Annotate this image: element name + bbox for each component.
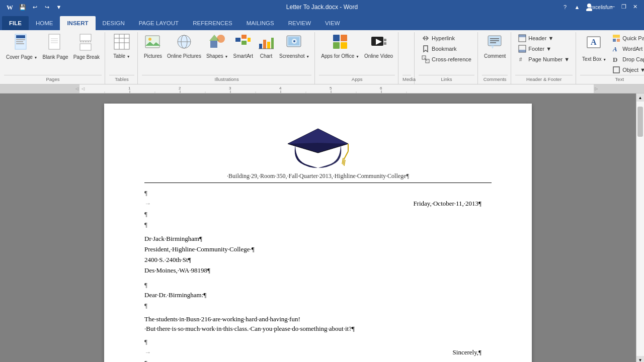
svg-rect-13 [80, 34, 91, 41]
svg-text:2: 2 [179, 86, 181, 90]
graduation-cap-image [283, 124, 353, 171]
header-footer-buttons: Header ▼ Footer ▼ # Page Number ▼ [515, 32, 573, 75]
online-pictures-label: Online Pictures [167, 53, 201, 59]
wordart-button[interactable]: A WordArt ▼ [609, 44, 644, 54]
word-icon: W [4, 2, 15, 13]
address-block: Dr·Jack·Birmingham¶ President,·Highline·… [144, 234, 492, 276]
tab-page-layout[interactable]: PAGE LAYOUT [132, 16, 186, 30]
header-footer-group-label: Header & Footer [515, 75, 573, 83]
header-building-line: ·Building·29,·Room·350,·Fall·Quarter·201… [144, 171, 492, 183]
svg-line-99 [343, 159, 344, 165]
shapes-icon [209, 34, 225, 52]
tab-home[interactable]: HOME [29, 16, 60, 30]
undo-button[interactable]: ↩ [29, 2, 40, 13]
tab-mailings[interactable]: MAILINGS [239, 16, 281, 30]
online-video-icon [371, 34, 387, 52]
drop-cap-button[interactable]: D Drop Cap ▼ [609, 54, 644, 64]
tables-buttons: Table ▼ [109, 32, 134, 75]
page-break-button[interactable]: Page Break [71, 32, 102, 66]
scroll-down-arrow[interactable]: ▼ [636, 356, 645, 362]
svg-rect-72 [613, 67, 619, 73]
table-button[interactable]: Table ▼ [109, 32, 134, 66]
svg-text:D: D [613, 56, 617, 63]
header-button[interactable]: Header ▼ [515, 33, 573, 43]
blank-page-button[interactable]: Blank Page [41, 32, 70, 66]
close-button[interactable]: ✕ [630, 2, 640, 12]
tab-insert[interactable]: INSERT [60, 16, 95, 30]
comments-buttons: Comment [482, 32, 508, 75]
scroll-thumb[interactable] [637, 107, 643, 137]
comment-button[interactable]: Comment [482, 32, 508, 66]
tab-design[interactable]: DESIGN [96, 16, 132, 30]
quick-parts-button[interactable]: Quick Parts > [609, 33, 644, 43]
group-tables: Table ▼ Tables [106, 32, 138, 84]
svg-rect-44 [341, 35, 347, 41]
pictures-label: Pictures [144, 53, 162, 59]
cover-page-button[interactable]: Cover Page ▼ [4, 32, 40, 66]
svg-line-100 [344, 160, 345, 166]
vertical-scrollbar[interactable]: ▲ ▼ [636, 94, 644, 362]
smartart-button[interactable]: SmartArt [231, 32, 255, 66]
drop-cap-label: Drop Cap ▼ [622, 56, 644, 62]
svg-point-42 [293, 40, 295, 42]
bookmark-button[interactable]: Bookmark [419, 44, 474, 54]
svg-rect-68 [613, 39, 616, 42]
comments-group-label: Comments [482, 75, 508, 83]
para-1: ¶ [144, 188, 492, 199]
svg-text:1: 1 [128, 86, 131, 90]
svg-text:5: 5 [330, 86, 332, 90]
links-buttons: Hyperlink Bookmark C [419, 32, 474, 75]
tab-file[interactable]: FILE [2, 16, 29, 30]
body-paragraph: The·students·in·Busn·216·are·working·har… [144, 314, 492, 334]
pages-buttons: Cover Page ▼ Blank Page [4, 32, 102, 75]
hf-col: Header ▼ Footer ▼ # Page Number ▼ [515, 32, 573, 64]
bookmark-label: Bookmark [432, 46, 457, 52]
chart-button[interactable]: Chart [256, 32, 276, 66]
svg-rect-67 [613, 35, 620, 38]
svg-rect-45 [333, 42, 340, 49]
hyperlink-button[interactable]: Hyperlink [419, 33, 474, 43]
object-button[interactable]: Object ▼ [609, 65, 644, 75]
footer-button[interactable]: Footer ▼ [515, 44, 573, 54]
svg-rect-6 [16, 39, 25, 40]
ribbon-toggle[interactable]: ▲ [572, 2, 583, 13]
date-text: Friday,·October·11,·2013¶ [155, 199, 492, 209]
cross-reference-button[interactable]: Cross-reference [419, 54, 474, 64]
tab-references[interactable]: REFERENCES [186, 16, 239, 30]
online-pictures-button[interactable]: Online Pictures [165, 32, 203, 66]
page-break-label: Page Break [73, 54, 100, 60]
addr-3: 2400·S.·240th·St¶ [144, 255, 492, 265]
restore-button[interactable]: ❐ [619, 2, 629, 12]
svg-text:A: A [612, 45, 617, 53]
window-title: Letter To Jack.docx - Word [286, 4, 358, 11]
cover-page-icon [14, 34, 29, 53]
quick-access-dropdown[interactable]: ▼ [53, 2, 64, 13]
scroll-track[interactable] [636, 102, 644, 356]
apps-office-button[interactable]: Apps for Office ▼ [319, 32, 361, 66]
svg-rect-7 [16, 41, 23, 42]
page-number-button[interactable]: # Page Number ▼ [515, 54, 573, 64]
screenshot-label: Screenshot ▼ [279, 53, 309, 59]
pages-group-label: Pages [4, 75, 102, 83]
scroll-up-arrow[interactable]: ▲ [636, 94, 645, 102]
tab-view[interactable]: VIEW [318, 16, 347, 30]
chart-label: Chart [260, 53, 272, 59]
group-pages: Cover Page ▼ Blank Page [1, 32, 105, 84]
help-button[interactable]: ? [559, 2, 571, 13]
footer-icon [518, 45, 526, 53]
document-body[interactable]: ¶ → Friday,·October·11,·2013¶ ¶ ¶ Dr·Jac… [144, 188, 492, 362]
save-button[interactable]: 💾 [17, 2, 28, 13]
shapes-button[interactable]: Shapes ▼ [204, 32, 230, 66]
redo-button[interactable]: ↪ [41, 2, 52, 13]
username-label: excelisfun [596, 2, 607, 13]
screenshot-button[interactable]: Screenshot ▼ [277, 32, 311, 66]
tab-review[interactable]: REVIEW [281, 16, 318, 30]
text-box-button[interactable]: A Text Box ▼ [580, 32, 608, 66]
online-video-button[interactable]: Online Video [362, 32, 395, 66]
online-pictures-icon [176, 34, 192, 52]
svg-rect-32 [242, 41, 247, 45]
minimize-button[interactable]: ─ [608, 2, 618, 12]
title-bar-left: W 💾 ↩ ↪ ▼ [4, 2, 64, 13]
pictures-button[interactable]: Pictures [142, 32, 164, 66]
addr-1: Dr·Jack·Birmingham¶ [144, 234, 492, 244]
